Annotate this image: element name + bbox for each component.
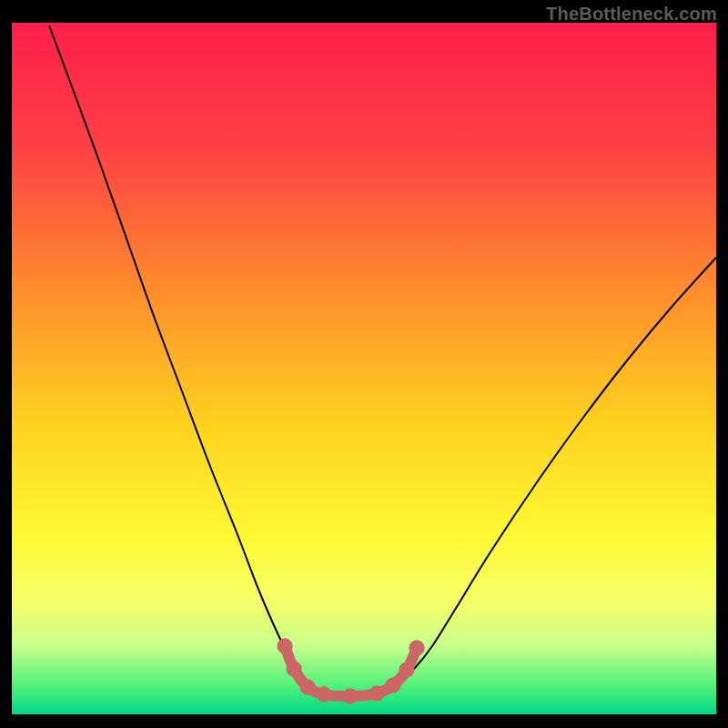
trough-dot [316,686,331,702]
trough-dot [277,638,292,653]
trough-dot [369,685,384,701]
trough-dot [399,662,414,677]
watermark-text: TheBottleneck.com [546,4,717,25]
trough-dot [286,661,301,676]
trough-dot [342,688,358,703]
chart-frame: TheBottleneck.com [0,0,728,728]
plot-background [12,23,716,714]
trough-dot [409,640,424,655]
trough-dot [385,677,400,693]
bottleneck-chart [0,0,728,728]
trough-dot [299,679,315,694]
